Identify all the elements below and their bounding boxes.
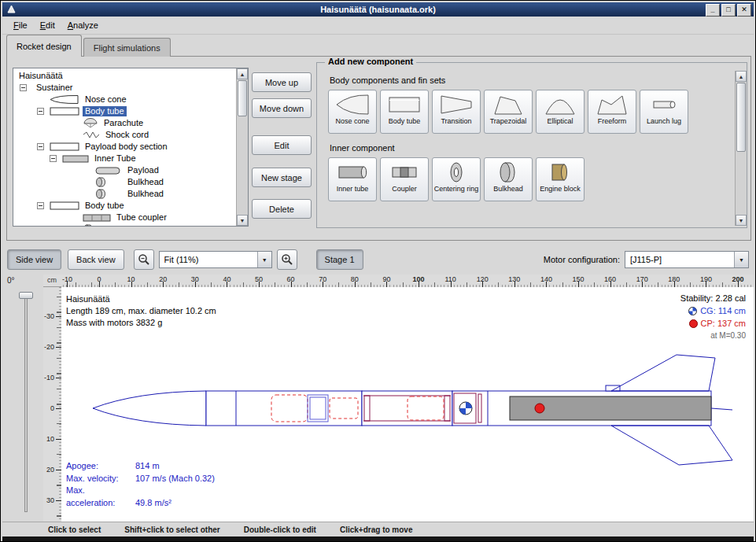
scroll-down-icon[interactable]: ▼ [736,215,747,226]
tab-flight-simulations[interactable]: Flight simulations [83,38,171,57]
collapse-expander-icon[interactable] [37,143,44,150]
cp-value: CP: 137 cm [701,317,746,330]
tree-item-label: Sustainer [34,83,75,93]
ruler-tick [56,347,61,348]
add-transition-button[interactable]: Transition [432,90,481,134]
add-coupler-button[interactable]: Coupler [380,157,429,201]
ruler-tick [56,316,61,317]
component-button-label: Body tube [382,117,427,125]
rocket-canvas[interactable]: Haisunäätä Length 189 cm, max. diameter … [61,287,754,522]
h-ruler-label: 200 [732,275,743,283]
tree-item-parachute[interactable]: Parachute [13,117,236,129]
tree-item-haisun-t-[interactable]: Haisunäätä [13,70,236,82]
close-button[interactable]: ✕ [737,4,751,17]
tree-item-label: Bulkhead [125,177,166,187]
collapse-expander-icon[interactable] [50,155,57,162]
rotation-slider-handle[interactable] [19,292,33,299]
collapse-expander-icon[interactable] [37,202,44,209]
new-stage-button[interactable]: New stage [252,168,312,187]
component-button-label: Transition [433,117,479,125]
menu-analyze[interactable]: Analyze [61,18,105,32]
tree-item-tube-coupler[interactable]: Tube coupler [13,212,236,223]
chevron-down-icon[interactable]: ▼ [257,252,271,267]
nose-cone-shape[interactable] [93,391,206,426]
add-elliptical-button[interactable]: Elliptical [536,90,585,134]
tree-item-inner-tube[interactable]: Inner Tube [13,153,236,164]
centeringring-icon [439,160,474,184]
chevron-down-icon[interactable]: ▼ [734,252,748,267]
move-up-button[interactable]: Move up [252,72,312,92]
tree-item-sustainer[interactable]: Sustainer [13,82,236,94]
motor-configuration-select[interactable]: [J115-P] ▼ [625,251,749,268]
zoom-in-button[interactable] [277,249,297,270]
add-bulkhead-button[interactable]: Bulkhead [484,157,533,201]
stability-info: Stability: 2.28 cal CG: 114 cm CP: 137 c… [680,292,746,342]
component-button-label: Nose cone [330,117,375,125]
stage-1-button[interactable]: Stage 1 [316,249,363,270]
scrollbar-thumb[interactable] [238,80,247,116]
tree-item-label: Bulkhead [112,224,153,226]
component-panel-scrollbar[interactable]: ▲ ▼ [735,71,747,226]
apogee-value: 814 m [135,461,160,470]
zoom-out-button[interactable] [134,249,154,270]
menu-edit[interactable]: Edit [34,18,61,32]
collapse-expander-icon[interactable] [37,108,44,115]
side-view-button[interactable]: Side view [7,249,61,270]
delete-button[interactable]: Delete [252,199,312,219]
component-button-label: Inner tube [330,185,375,193]
component-tree-panel: HaisunäätäSustainerNose coneBody tubePar… [13,68,249,227]
tree-item-bulkhead[interactable]: Bulkhead [13,188,236,200]
add-body-tube-button[interactable]: Body tube [380,90,429,134]
zoom-select[interactable]: Fit (11%) ▼ [159,251,272,268]
add-nose-cone-button[interactable]: Nose cone [328,90,377,134]
tree-item-body-tube[interactable]: Body tube [13,105,236,117]
add-trapezoidal-button[interactable]: Trapezoidal [484,90,533,134]
fin-bottom-shape[interactable] [611,426,732,465]
maximize-button[interactable]: □ [721,4,736,17]
add-launch-lug-button[interactable]: Launch lug [640,90,688,134]
ruler-unit-label: cm [43,275,61,287]
tab-rocket-design[interactable]: Rocket design [6,35,82,57]
fin-top-shape[interactable] [611,355,715,391]
title-bar[interactable]: Haisunäätä (haisunaata.ork) _ □ ✕ [2,2,754,17]
tree-item-shock-cord[interactable]: Shock cord [13,129,236,141]
tree-item-label: Body tube [83,106,127,116]
rotation-slider[interactable] [24,293,28,512]
h-ruler-label: 90 [382,275,390,283]
tree-item-payload[interactable]: Payload [13,164,236,176]
body-tube-1-shape[interactable] [206,391,362,426]
tree-item-label: Tube coupler [114,212,169,223]
cp-marker [535,404,544,413]
v-ruler-label: -30 [44,312,54,320]
move-down-button[interactable]: Move down [252,98,312,118]
add-centering-ring-button[interactable]: Centering ring [432,157,481,201]
tree-item-payload-body-section[interactable]: Payload body section [13,141,236,153]
v-ruler-label: -10 [44,374,54,382]
cg-icon [688,307,697,315]
add-engine-block-button[interactable]: Engine block [536,157,585,201]
h-ruler-label: 0 [97,275,101,283]
bulkhead-icon [83,224,94,226]
scroll-up-icon[interactable]: ▲ [237,68,248,79]
rocket-info: Haisunäätä Length 189 cm, max. diameter … [66,293,216,329]
scrollbar-thumb[interactable] [736,83,746,152]
back-view-button[interactable]: Back view [68,249,124,270]
zoom-value: Fit (11%) [160,255,257,264]
tree-scrollbar[interactable]: ▲ ▼ [236,68,248,226]
tree-item-bulkhead[interactable]: Bulkhead [13,176,236,188]
tree-item-bulkhead[interactable]: Bulkhead [13,223,236,226]
collapse-expander-icon[interactable] [20,84,27,91]
scroll-up-icon[interactable]: ▲ [736,71,747,82]
tree-item-body-tube[interactable]: Body tube [13,200,236,212]
component-button-label: Elliptical [537,117,583,125]
add-freeform-button[interactable]: Freeform [588,90,636,134]
menu-file[interactable]: File [7,18,34,32]
tree-item-nose-cone[interactable]: Nose cone [13,94,236,105]
status-bar: Click to selectShift+click to select oth… [2,522,754,536]
scroll-down-icon[interactable]: ▼ [237,215,248,226]
add-inner-tube-button[interactable]: Inner tube [328,157,377,201]
window-bottom-edge [2,536,754,541]
component-row: Inner tubeCouplerCentering ringBulkheadE… [328,157,725,201]
minimize-button[interactable]: _ [706,4,720,17]
edit-button[interactable]: Edit [252,135,312,155]
